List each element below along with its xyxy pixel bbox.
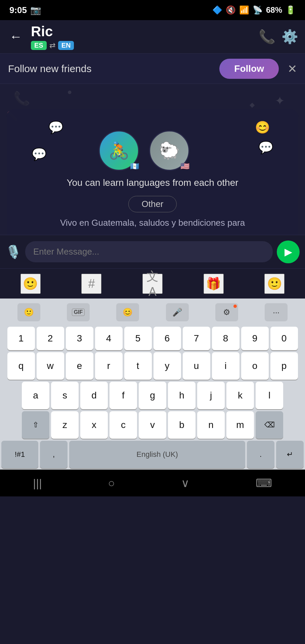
status-left: 9:05 📷 [9,5,41,15]
time: 9:05 [9,5,27,15]
kb-sticker-btn[interactable]: 🙂 [17,303,40,321]
key-z[interactable]: z [51,411,79,439]
key-s[interactable]: s [51,382,79,409]
nav-keyboard-toggle[interactable]: ⌨ [256,476,272,490]
key-9[interactable]: 9 [241,327,269,350]
follow-banner-text: Follow new friends [8,63,214,74]
kb-settings-btn[interactable]: ⚙ [215,303,238,321]
key-r[interactable]: r [95,352,123,380]
key-i[interactable]: i [212,352,239,380]
chat-area: 📞 ✦ ✏️ ● ◆ 💬 😊 💬 💬 🚴 🇬🇹 🐑 [0,84,305,235]
key-c[interactable]: c [110,411,137,439]
profile-bio: Vivo en Guatemala, saludos y bendiciones… [15,218,290,228]
key-f[interactable]: f [110,382,137,409]
doodle-star: ✦ [275,94,285,108]
key-n[interactable]: n [197,411,225,439]
key-period[interactable]: . [247,441,274,468]
key-b[interactable]: b [168,411,195,439]
lang-arrow-icon: ⇄ [49,41,55,50]
key-l[interactable]: l [256,382,283,409]
key-m[interactable]: m [226,411,254,439]
key-3[interactable]: 3 [66,327,93,350]
send-button[interactable]: ▶ [277,240,300,263]
key-backspace[interactable]: ⌫ [256,411,283,439]
follow-close-button[interactable]: ✕ [288,62,297,75]
message-area: 🎙️ ▶ [0,235,305,268]
key-6[interactable]: 6 [154,327,181,350]
key-comma[interactable]: , [40,441,68,468]
key-o[interactable]: o [241,352,269,380]
key-5[interactable]: 5 [124,327,152,350]
kb-emoji-btn[interactable]: 😊 [116,303,139,321]
key-j[interactable]: j [197,382,225,409]
battery-percent: 68% [266,5,282,15]
key-e[interactable]: e [66,352,93,380]
kb-gif-btn[interactable]: GIF [67,303,90,321]
avatar-contact: 🐑 🇺🇸 [149,130,189,171]
language-badges: ES ⇄ EN [31,41,253,50]
bubble-deco-mr: 💬 [258,141,273,155]
key-4[interactable]: 4 [95,327,123,350]
follow-banner: Follow new friends Follow ✕ [0,54,305,84]
doodle-phone: 📞 [13,91,30,106]
key-v[interactable]: v [139,411,166,439]
doodle-dot2: ◆ [250,101,255,109]
nav-back-gesture[interactable]: ||| [33,477,42,490]
toolbar-gift-btn[interactable]: 🎁 [204,274,224,294]
keyboard-asdf-row: a s d f g h j k l [1,382,304,409]
toolbar-translate-btn[interactable]: 文A [142,274,163,294]
key-symbols[interactable]: !#1 [1,441,38,468]
nav-home-gesture[interactable]: ○ [108,477,115,490]
key-q[interactable]: q [7,352,35,380]
keyboard-number-row: 1 2 3 4 5 6 7 8 9 0 [1,327,304,350]
key-8[interactable]: 8 [212,327,239,350]
lang-from-badge: ES [31,41,47,50]
toolbar-sticker-btn[interactable]: 🙂 [20,274,41,294]
message-input[interactable] [25,241,273,262]
doodle-dot1: ● [67,87,72,97]
toolbar-emoji-btn[interactable]: 🙂 [264,274,285,294]
status-right: 🔷 🔇 📶 📡 68% 🔋 [212,5,296,15]
key-k[interactable]: k [226,382,254,409]
mic-button[interactable]: 🎙️ [5,245,21,259]
flag-usa: 🇺🇸 [180,162,189,171]
key-7[interactable]: 7 [183,327,210,350]
contact-name: Ric [31,23,253,40]
key-p[interactable]: p [270,352,298,380]
nav-recents-gesture[interactable]: ∨ [181,476,189,490]
back-button[interactable]: ← [7,27,25,47]
kb-mic-btn[interactable]: 🎤 [166,303,189,321]
kb-more-btn[interactable]: ··· [265,303,288,321]
key-enter[interactable]: ↵ [276,441,304,468]
signal-icon: 📡 [253,5,263,15]
header: ← Ric ES ⇄ EN 📞 ⚙️ [0,20,305,54]
key-d[interactable]: d [80,382,108,409]
key-g[interactable]: g [139,382,166,409]
key-2[interactable]: 2 [37,327,64,350]
key-0[interactable]: 0 [270,327,298,350]
battery-icon: 🔋 [286,5,296,15]
settings-icon[interactable]: ⚙️ [281,29,298,45]
key-1[interactable]: 1 [7,327,35,350]
key-a[interactable]: a [22,382,49,409]
follow-button[interactable]: Follow [219,59,279,79]
send-icon: ▶ [285,246,292,258]
keyboard: 🙂 GIF 😊 🎤 ⚙ ··· 1 2 3 4 5 6 7 8 9 0 q w … [0,299,305,470]
other-button[interactable]: Other [128,196,176,212]
key-shift[interactable]: ⇧ [22,411,49,439]
key-space[interactable]: English (UK) [69,441,245,468]
key-w[interactable]: w [37,352,64,380]
key-h[interactable]: h [168,382,195,409]
key-x[interactable]: x [80,411,108,439]
toolbar-hashtag-btn[interactable]: # [81,274,101,294]
key-y[interactable]: y [154,352,181,380]
avatars-container: 💬 😊 💬 💬 🚴 🇬🇹 🐑 🇺🇸 [15,117,290,171]
key-t[interactable]: t [124,352,152,380]
call-icon[interactable]: 📞 [259,29,275,45]
wifi-icon: 📶 [239,5,249,15]
key-u[interactable]: u [183,352,210,380]
camera-icon: 📷 [30,5,41,15]
lang-to-badge: EN [58,41,74,50]
settings-notification-dot [233,305,237,308]
header-actions: 📞 ⚙️ [259,29,298,45]
